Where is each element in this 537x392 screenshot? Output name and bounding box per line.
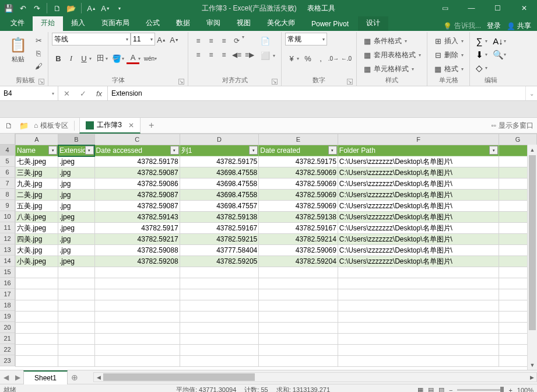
cell[interactable]: 43782.59069 <box>259 190 338 201</box>
filter-dropdown-icon[interactable]: ▾ <box>489 146 498 155</box>
cell[interactable]: .jpeg <box>58 223 95 234</box>
cell[interactable] <box>16 334 58 345</box>
fill-color-button[interactable]: 🪣 <box>110 52 123 65</box>
increase-indent-icon[interactable]: ≡▶ <box>243 48 256 61</box>
border-button[interactable]: 田 <box>94 52 107 65</box>
tab-insert[interactable]: 插入 <box>63 15 93 31</box>
sheet-nav-left-icon[interactable]: ◀ <box>3 373 9 382</box>
view-page-layout-icon[interactable]: ▤ <box>428 386 434 392</box>
cell[interactable]: 43782.59088 <box>94 245 180 256</box>
new-icon[interactable]: 🗋 <box>52 3 62 13</box>
align-left-icon[interactable]: ≡ <box>192 48 205 61</box>
font-size-combo[interactable]: 11▾ <box>131 33 155 46</box>
copy-icon[interactable]: ⎘ <box>33 47 44 59</box>
cell[interactable] <box>94 267 180 278</box>
row-header[interactable]: 10 <box>0 211 15 222</box>
increase-decimal-icon[interactable]: .0→ <box>327 52 340 65</box>
shrink-font-icon[interactable]: A▼ <box>168 34 181 47</box>
cell[interactable]: 43782.59175 <box>180 156 259 167</box>
table-header-cell[interactable]: 列1▾ <box>180 145 259 156</box>
scroll-right-icon[interactable]: ▶ <box>527 373 536 382</box>
row-header[interactable]: 12 <box>0 233 15 244</box>
insert-function-icon[interactable]: fx <box>91 89 107 98</box>
align-middle-icon[interactable]: ≡ <box>205 34 217 47</box>
table-header-cell[interactable]: Name▾ <box>16 145 58 156</box>
cell[interactable]: .jpg <box>58 201 95 212</box>
cell[interactable]: 43698.47558 <box>180 167 259 178</box>
cell[interactable] <box>338 312 499 323</box>
cell[interactable]: .jpg <box>58 190 95 201</box>
ribbon-display-options-icon[interactable]: ▭ <box>432 0 458 16</box>
font-color-button[interactable]: A <box>127 52 139 64</box>
comma-format-icon[interactable]: , <box>314 52 327 65</box>
enter-formula-icon[interactable]: ✓ <box>75 89 91 98</box>
view-normal-icon[interactable]: ▦ <box>417 386 423 392</box>
qat-customize-icon[interactable]: ▾ <box>114 3 125 13</box>
tab-home[interactable]: 开始 <box>33 15 63 31</box>
cell[interactable] <box>259 267 338 278</box>
row-headers[interactable]: 4567891011121314151617181920212223 <box>0 145 15 366</box>
row-header[interactable]: 20 <box>0 322 15 333</box>
cell[interactable] <box>94 312 180 323</box>
cell[interactable] <box>16 267 58 278</box>
formula-input[interactable]: Extension <box>108 86 525 100</box>
orientation-icon[interactable]: ⟳ <box>230 34 243 47</box>
cell[interactable]: 七美.jpeg <box>16 156 58 167</box>
cell[interactable] <box>259 334 338 345</box>
decrease-decimal-icon[interactable]: ←.0 <box>340 52 353 65</box>
cell-styles-button[interactable]: ▦单元格样式▾ <box>360 62 423 76</box>
tab-layout[interactable]: 页面布局 <box>93 15 138 31</box>
cell[interactable] <box>94 278 180 289</box>
cell[interactable]: 八美.jpeg <box>16 212 58 223</box>
tell-me-search[interactable]: 💡 告诉我... <box>443 21 481 31</box>
find-select-icon[interactable]: 🔍 <box>492 50 504 60</box>
cell[interactable]: 43782.59217 <box>94 234 180 245</box>
minimize-icon[interactable]: — <box>458 0 485 16</box>
accounting-format-icon[interactable]: ¥ <box>285 52 298 65</box>
cell[interactable]: 43782.59069 <box>259 245 338 256</box>
format-painter-icon[interactable]: 🖌 <box>33 60 44 72</box>
filter-dropdown-icon[interactable]: ▾ <box>48 146 57 155</box>
cell[interactable] <box>16 300 58 312</box>
cell[interactable]: 三美.jpg <box>16 167 58 178</box>
expand-formula-bar-icon[interactable]: ⌄ <box>525 86 537 100</box>
row-header[interactable]: 8 <box>0 189 15 200</box>
close-icon[interactable]: ✕ <box>511 0 537 16</box>
tab-design[interactable]: 设计 <box>358 15 388 31</box>
tab-powerpivot[interactable]: Power Pivot <box>303 17 357 31</box>
underline-button[interactable]: U <box>78 52 90 65</box>
cell[interactable] <box>259 300 338 312</box>
zoom-in-icon[interactable]: + <box>508 387 512 393</box>
cell[interactable]: C:\Users\zzzzzzz\Desktop\名单图片\ <box>338 212 499 223</box>
cut-icon[interactable]: ✂ <box>33 34 44 46</box>
cell[interactable] <box>259 323 338 334</box>
align-center-icon[interactable]: ≡ <box>205 48 217 61</box>
name-box[interactable]: B4▾ <box>0 86 58 100</box>
maximize-icon[interactable]: ☐ <box>485 0 511 16</box>
cell[interactable]: C:\Users\zzzzzzz\Desktop\名单图片\ <box>338 190 499 201</box>
cell[interactable]: 43777.58404 <box>180 245 259 256</box>
cell[interactable] <box>338 267 499 278</box>
cell[interactable] <box>16 289 58 300</box>
cell[interactable] <box>338 278 499 289</box>
filter-dropdown-icon[interactable]: ▾ <box>170 146 179 155</box>
percent-format-icon[interactable]: % <box>301 52 314 65</box>
delete-cells-button[interactable]: ⊟删除▾ <box>431 48 466 62</box>
cell[interactable]: C:\Users\zzzzzzz\Desktop\名单图片\ <box>338 156 499 167</box>
align-right-icon[interactable]: ≡ <box>217 48 230 61</box>
cell[interactable] <box>58 289 95 300</box>
autosum-icon[interactable]: ∑ <box>473 36 485 46</box>
scroll-up-icon[interactable]: ▲ <box>528 145 537 155</box>
cell[interactable] <box>338 323 499 334</box>
cell[interactable] <box>338 334 499 345</box>
open-folder-icon[interactable]: 📁 <box>19 120 29 131</box>
decrease-font-icon[interactable]: A▼ <box>100 3 111 13</box>
cell[interactable]: 43782.59138 <box>180 212 259 223</box>
col-header-C[interactable]: C <box>94 134 180 145</box>
cell[interactable] <box>338 300 499 312</box>
cell[interactable] <box>94 323 180 334</box>
align-top-icon[interactable]: ≡ <box>192 34 205 47</box>
format-cells-button[interactable]: ▦格式▾ <box>431 62 466 76</box>
col-header-G[interactable]: G <box>499 134 537 145</box>
col-header-B[interactable]: B <box>58 134 95 145</box>
